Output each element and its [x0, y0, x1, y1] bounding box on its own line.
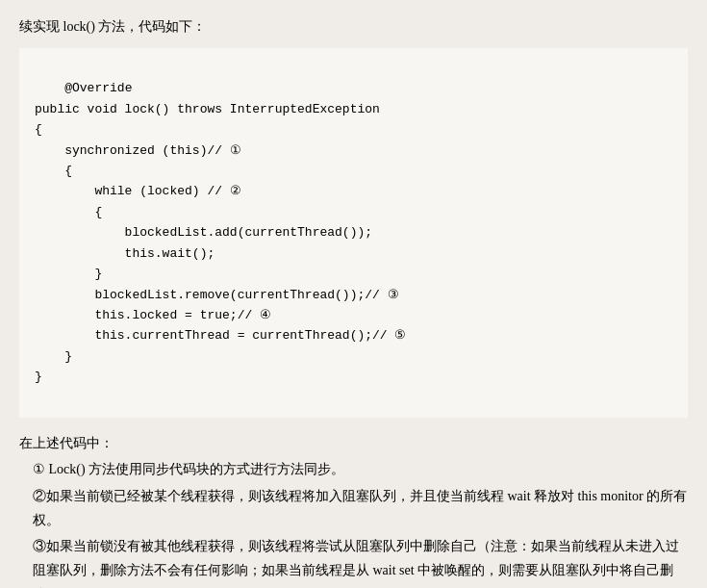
- explanation-section: 在上述代码中： ① Lock() 方法使用同步代码块的方式进行方法同步。 ②如果…: [19, 431, 688, 588]
- page-container: 续实现 lock() 方法，代码如下： @Override public voi…: [19, 15, 688, 588]
- explanation-2: ②如果当前锁已经被某个线程获得，则该线程将加入阻塞队列，并且使当前线程 wait…: [19, 484, 688, 532]
- code-block: @Override public void lock() throws Inte…: [19, 48, 688, 418]
- explanation-1: ① Lock() 方法使用同步代码块的方式进行方法同步。: [19, 457, 688, 481]
- code-content: @Override public void lock() throws Inte…: [35, 81, 406, 384]
- intro-text: 续实现 lock() 方法，代码如下：: [19, 15, 688, 38]
- explanation-3: ③如果当前锁没有被其他线程获得，则该线程将尝试从阻塞队列中删除自己（注意：如果当…: [19, 534, 688, 588]
- section-title: 在上述代码中：: [19, 431, 688, 455]
